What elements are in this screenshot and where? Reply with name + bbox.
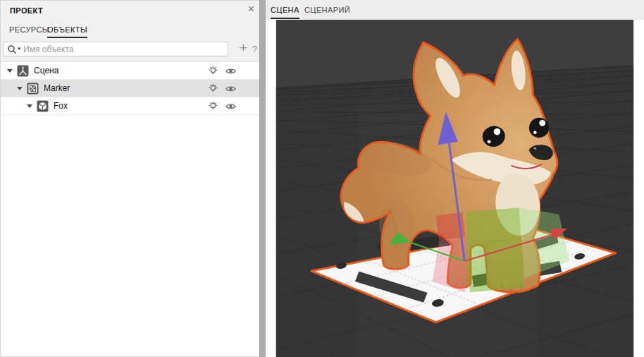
tree-item-label: Fox — [54, 101, 68, 111]
visibility-toggle-icon[interactable] — [225, 65, 237, 77]
light-toggle-icon[interactable] — [207, 65, 219, 77]
visibility-toggle-icon[interactable] — [225, 100, 237, 112]
project-panel: ПРОЕКТ × РЕСУРСЫ ОБЪЕКТЫ + ? — [0, 0, 259, 357]
fox-nose-highlight — [534, 147, 536, 150]
scene-panel: СЦЕНА СЦЕНАРИЙ — [266, 0, 644, 357]
panel-title: ПРОЕКТ — [10, 6, 43, 15]
search-box — [3, 42, 228, 56]
marker-icon — [27, 83, 39, 95]
search-icon[interactable] — [7, 44, 23, 55]
fox-eye-highlight — [488, 140, 491, 143]
tab-scenario[interactable]: СЦЕНАРИЙ — [304, 6, 350, 14]
tab-objects[interactable]: ОБЪЕКТЫ — [47, 25, 87, 38]
fox-eye-highlight — [539, 120, 545, 126]
tree-row-fox[interactable]: Fox — [1, 97, 259, 115]
fox-eye-highlight — [494, 128, 500, 135]
light-toggle-icon[interactable] — [207, 100, 219, 112]
tree-row-scene[interactable]: Сцена — [1, 62, 259, 80]
model-cube-icon — [37, 100, 49, 112]
tab-scene[interactable]: СЦЕНА — [271, 6, 299, 19]
scene-axis-icon — [17, 65, 29, 77]
tree-item-label: Marker — [44, 83, 70, 93]
expander-icon[interactable] — [17, 87, 23, 90]
close-icon[interactable]: × — [248, 3, 254, 16]
visibility-toggle-icon[interactable] — [225, 83, 237, 95]
add-object-button[interactable]: + — [240, 40, 247, 56]
tree-row-marker[interactable]: Marker — [1, 80, 259, 97]
expander-icon[interactable] — [27, 104, 32, 108]
gizmo-plane-yz[interactable] — [466, 207, 524, 292]
light-toggle-icon[interactable] — [207, 83, 219, 95]
tree-item-label: Сцена — [34, 66, 58, 75]
application-window: ПРОЕКТ × РЕСУРСЫ ОБЪЕКТЫ + ? — [0, 0, 644, 357]
search-row: + ? — [1, 39, 259, 61]
search-filter-caret-icon[interactable] — [18, 48, 22, 50]
project-panel-header: ПРОЕКТ × — [1, 1, 259, 20]
help-button[interactable]: ? — [252, 44, 257, 54]
panel-splitter[interactable] — [259, 0, 266, 357]
search-input[interactable] — [23, 43, 225, 55]
object-tree: Сцена — [1, 61, 259, 356]
fox-eye-highlight — [533, 131, 537, 134]
viewport-3d[interactable] — [266, 20, 644, 357]
expander-icon[interactable] — [7, 69, 13, 73]
tab-resources[interactable]: РЕСУРСЫ — [9, 25, 49, 34]
project-panel-tabs: РЕСУРСЫ ОБЪЕКТЫ — [1, 20, 259, 39]
scene-panel-tabs: СЦЕНА СЦЕНАРИЙ — [266, 0, 644, 20]
